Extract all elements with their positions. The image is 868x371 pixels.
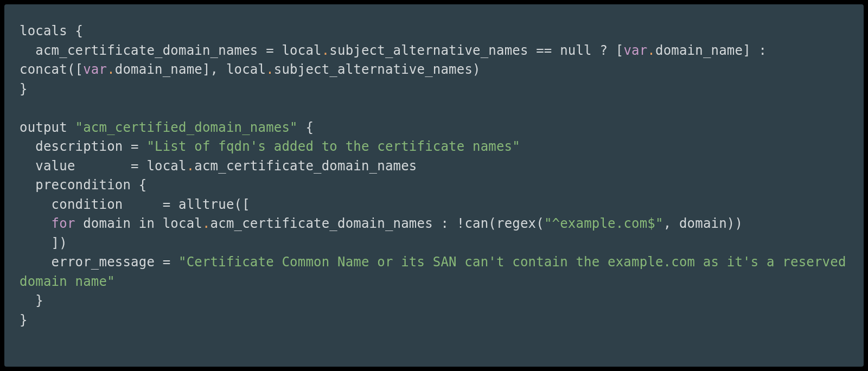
- code-token: description =: [20, 139, 146, 154]
- code-token: "List of fqdn's added to the certificate…: [146, 139, 520, 154]
- code-token: precondition {: [20, 177, 146, 193]
- code-token: var: [623, 43, 647, 58]
- code-token: var: [83, 62, 107, 77]
- code-token: for: [52, 216, 75, 231]
- code-token: }: [20, 312, 28, 328]
- code-token: condition = alltrue([: [20, 197, 250, 212]
- code-token: domain in local: [75, 216, 202, 231]
- code-token: locals {: [20, 23, 83, 39]
- code-token: .: [202, 216, 210, 231]
- code-token: }: [20, 293, 43, 308]
- code-token: ]): [20, 235, 67, 251]
- code-block: locals { acm_certificate_domain_names = …: [4, 4, 864, 367]
- code-token: domain_name], local: [115, 62, 266, 77]
- code-token: value = local: [20, 158, 187, 174]
- code-token: acm_certificate_domain_names : !can(rege…: [210, 216, 544, 231]
- code-token: .: [322, 43, 330, 58]
- code-token: acm_certificate_domain_names = local: [20, 43, 322, 58]
- code-token: [20, 216, 52, 231]
- code-token: output: [20, 120, 75, 135]
- code-token: .: [187, 158, 195, 174]
- code-token: .: [266, 62, 274, 77]
- code-token: subject_alternative_names == null ? [: [329, 43, 623, 58]
- code-token: "^example.com$": [544, 216, 663, 231]
- code-token: error_message =: [20, 254, 178, 270]
- code-token: "acm_certified_domain_names": [75, 120, 298, 135]
- code-token: {: [298, 120, 314, 135]
- code-token: subject_alternative_names): [274, 62, 481, 77]
- code-token: .: [107, 62, 115, 77]
- code-token: .: [647, 43, 655, 58]
- code-content: locals { acm_certificate_domain_names = …: [20, 22, 848, 330]
- code-token: }: [20, 81, 28, 97]
- code-token: acm_certificate_domain_names: [194, 158, 417, 174]
- code-token: , domain)): [663, 216, 743, 231]
